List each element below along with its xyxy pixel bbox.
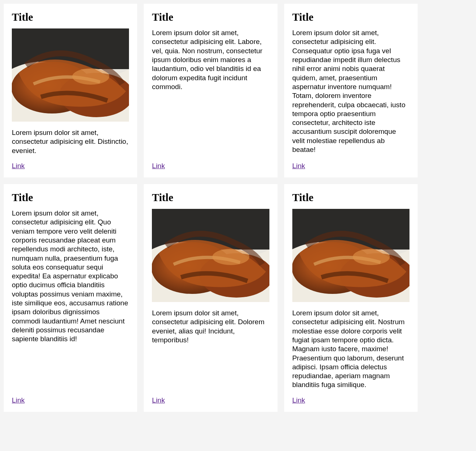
card-link[interactable]: Link	[152, 396, 165, 404]
card-title: Title	[152, 11, 269, 23]
card-link[interactable]: Link	[12, 396, 25, 404]
card-title: Title	[292, 11, 409, 23]
card: Title Lorem ipsum dolor sit amet, consec…	[284, 4, 418, 177]
card-text: Lorem ipsum dolor sit amet, consectetur …	[292, 309, 409, 390]
card: Title	[144, 184, 277, 412]
card-link[interactable]: Link	[292, 162, 305, 170]
card: Title	[4, 4, 137, 177]
bacon-image	[12, 28, 129, 122]
card-text: Lorem ipsum dolor sit amet, consectetur …	[152, 28, 269, 155]
card-title: Title	[12, 191, 129, 204]
card: Title	[284, 184, 418, 412]
card-text: Lorem ipsum dolor sit amet, consectetur …	[292, 28, 409, 155]
svg-point-9	[212, 249, 249, 265]
card: Title Lorem ipsum dolor sit amet, consec…	[4, 184, 137, 412]
svg-point-14	[353, 249, 390, 265]
card-text: Lorem ipsum dolor sit amet, consectetur …	[12, 128, 129, 155]
card-grid: Title	[4, 4, 418, 412]
card-link[interactable]: Link	[152, 162, 165, 170]
svg-point-4	[72, 68, 109, 85]
card: Title Lorem ipsum dolor sit amet, consec…	[144, 4, 277, 177]
card-link[interactable]: Link	[12, 162, 25, 170]
bacon-image	[292, 209, 409, 302]
card-title: Title	[12, 11, 129, 23]
card-link[interactable]: Link	[292, 396, 305, 404]
card-text: Lorem ipsum dolor sit amet, consectetur …	[152, 309, 269, 390]
card-title: Title	[292, 191, 409, 204]
card-title: Title	[152, 191, 269, 204]
card-text: Lorem ipsum dolor sit amet, consectetur …	[12, 209, 129, 390]
bacon-image	[152, 209, 269, 302]
